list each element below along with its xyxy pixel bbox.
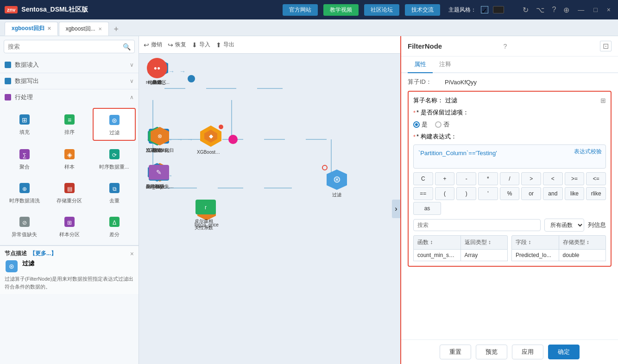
func-search-input[interactable]: [413, 219, 541, 231]
section-data-input-header[interactable]: 数据读入 ∨: [0, 57, 139, 73]
section-row-processing-header[interactable]: 行处理 ∧: [0, 89, 139, 105]
calc-btn-divide[interactable]: /: [500, 172, 520, 185]
radio-yes[interactable]: 是: [413, 120, 428, 129]
sidebar-item-partition[interactable]: ▤ 存储重分区: [48, 176, 91, 208]
node-desc-more-link[interactable]: 【更多...】: [30, 250, 57, 257]
calc-btn-percent[interactable]: %: [500, 187, 520, 200]
close-btn[interactable]: ×: [604, 6, 613, 13]
sidebar-item-timeseries[interactable]: ⟳ 时序数据重...: [93, 143, 136, 175]
node-filter-canvas[interactable]: ⊛ 过滤: [325, 168, 349, 198]
maximize-btn[interactable]: □: [591, 6, 600, 13]
expand-icon[interactable]: ⊞: [600, 97, 606, 104]
theme-dark-swatch[interactable]: [493, 6, 504, 13]
calc-btn-like[interactable]: like: [565, 187, 585, 200]
sidebar-item-aggregate[interactable]: ∑ 聚合: [3, 143, 46, 175]
undo-btn[interactable]: ↩ 撤销: [144, 41, 162, 49]
svg-text:⊗: ⊗: [158, 133, 162, 139]
connector-dot: [188, 75, 195, 82]
filter-icon: ⊛: [107, 113, 122, 127]
preview-btn[interactable]: 预览: [476, 345, 507, 359]
sidebar-item-sort[interactable]: ≡ 排序: [48, 108, 91, 141]
right-panel-footer: 重置 预览 应用 确定: [401, 339, 618, 364]
nav-btn-exchange[interactable]: 技术交流: [405, 4, 440, 16]
col-table-cell-type: double: [559, 250, 606, 261]
calc-btn-multiply[interactable]: *: [478, 172, 498, 185]
radio-group-keep: 是 否: [413, 120, 606, 129]
help-icon[interactable]: ?: [552, 6, 556, 14]
import-btn[interactable]: ⬇ 导入: [192, 41, 210, 49]
calc-buttons-row2: == ( ) ' % or and like rlike: [413, 187, 606, 200]
node-pearson[interactable]: r 皮尔森相关性系数: [195, 196, 217, 231]
calc-btn-gt[interactable]: >: [521, 172, 541, 185]
calc-btn-rlike[interactable]: rlike: [586, 187, 606, 200]
node-desc-close-btn[interactable]: ×: [130, 250, 134, 257]
calc-btn-rparen[interactable]: ): [456, 187, 476, 200]
sidebar-item-anomaly[interactable]: ⊘ 异常值缺失: [3, 210, 46, 242]
calc-btn-as[interactable]: as: [413, 202, 441, 215]
node-xgboost-reg[interactable]: ⊗ XGBoost回归: [146, 125, 174, 154]
reset-btn[interactable]: 重置: [440, 345, 471, 359]
calc-btn-plus[interactable]: +: [435, 172, 455, 185]
sidebar-item-timeclean[interactable]: ⊕ 时序数据清洗: [3, 176, 46, 208]
tab-close-2[interactable]: ✕: [98, 26, 102, 31]
sidebar-item-samplepart[interactable]: ⊞ 样本分区: [48, 210, 91, 242]
calc-btn-c[interactable]: C: [413, 172, 433, 185]
canvas-nav-arrow[interactable]: ›: [392, 200, 400, 218]
nav-btn-official[interactable]: 官方网站: [283, 4, 318, 16]
col-table: 字段 ↕ 存储类型 ↕ Predicted_lo... double: [511, 235, 606, 261]
sidebar-item-fill[interactable]: ⊞ 填充: [3, 108, 46, 141]
nav-btn-forum[interactable]: 社区论坛: [364, 4, 399, 16]
node-xgboost-model[interactable]: ◆ XGBoost回归模型: [197, 123, 225, 156]
tab-add-btn[interactable]: +: [110, 23, 123, 36]
table-row[interactable]: Predicted_lo... double: [511, 250, 606, 261]
tab-properties[interactable]: 属性: [408, 56, 433, 73]
theme-checkbox[interactable]: ✓: [481, 6, 488, 13]
sidebar-item-diff[interactable]: Δ 差分: [93, 210, 136, 242]
calc-btn-minus[interactable]: -: [456, 172, 476, 185]
redo-btn[interactable]: ↪ 恢复: [168, 41, 186, 49]
minimize-btn[interactable]: —: [575, 6, 587, 13]
tab-close-1[interactable]: ✕: [47, 26, 51, 31]
calc-btn-gte[interactable]: >=: [565, 172, 585, 185]
calc-btn-lparen[interactable]: (: [435, 187, 455, 200]
func-col-tables: 函数 ↕ 返回类型 ↕ count_min_sket... Array: [413, 235, 606, 261]
func-select[interactable]: 所有函数: [544, 219, 584, 232]
apply-btn[interactable]: 应用: [512, 345, 543, 359]
radio-no[interactable]: 否: [435, 120, 449, 129]
node-type[interactable]: ●● 类型: [146, 57, 168, 86]
node-rename[interactable]: ✎ 删除和重命名: [146, 161, 171, 190]
sidebar-item-sample[interactable]: ◈ 样本: [48, 143, 91, 175]
right-panel-close-btn[interactable]: ⊡: [600, 41, 612, 51]
tab-xgboost2[interactable]: xgboost回... ✕: [59, 22, 109, 36]
sidebar-search-input[interactable]: [8, 40, 123, 53]
tab-notes[interactable]: 注释: [433, 56, 458, 73]
calc-btn-and[interactable]: and: [543, 187, 563, 200]
calc-btn-quote[interactable]: ': [478, 187, 498, 200]
sidebar-items-grid: ⊞ 填充 ≡ 排序 ⊛ 过滤: [0, 105, 139, 245]
expr-text-display[interactable]: `Partition_Column`=='Testing': [418, 150, 601, 163]
calc-btn-or[interactable]: or: [521, 187, 541, 200]
export-btn[interactable]: ⬆ 导出: [216, 41, 234, 49]
confirm-btn[interactable]: 确定: [548, 345, 580, 359]
table-row[interactable]: count_min_sket... Array: [413, 250, 508, 261]
branch-icon[interactable]: ⌥: [536, 6, 544, 14]
nav-btn-video[interactable]: 教学视频: [323, 4, 359, 16]
calc-btn-eq[interactable]: ==: [413, 187, 433, 200]
right-panel-help-icon[interactable]: ?: [504, 43, 507, 50]
refresh-icon[interactable]: ↻: [523, 6, 529, 14]
right-panel-title: FilterNode: [408, 42, 501, 50]
section-data-output-header[interactable]: 数据写出 ∨: [0, 73, 139, 89]
section-row-processing-label: 行处理: [15, 93, 33, 101]
globe-icon[interactable]: ⊕: [563, 6, 569, 14]
sidebar-item-dedup[interactable]: ⧉ 去重: [93, 176, 136, 208]
tab-xgboost1[interactable]: xgboost回归 ✕: [5, 22, 58, 36]
sidebar-item-filter[interactable]: ⊛ 过滤: [93, 108, 136, 141]
calc-btn-lte[interactable]: <=: [586, 172, 606, 185]
expr-label-field: * * 构建表达式：: [413, 132, 606, 141]
algo-name-field: 算子名称： 过滤 ⊞: [413, 96, 606, 105]
theme-label: 主题风格：: [448, 6, 476, 14]
expr-validate-btn[interactable]: 表达式校验: [574, 148, 602, 156]
calc-btn-lt[interactable]: <: [543, 172, 563, 185]
canvas-content[interactable]: ▦ 描述 → ≋ regDate_车regDa... →: [139, 54, 400, 364]
timeseries-icon: ⟳: [107, 147, 122, 162]
